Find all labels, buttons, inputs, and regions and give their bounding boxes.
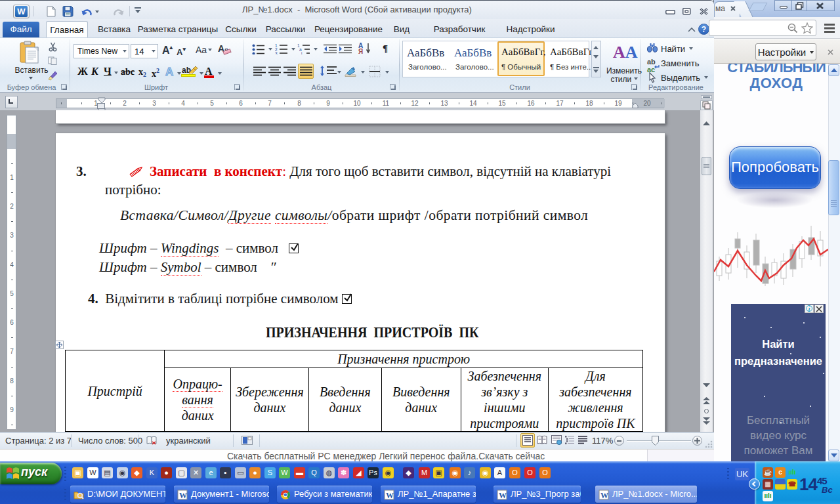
svg-text:i: i [301, 51, 302, 54]
svg-text:W: W [499, 491, 507, 500]
svg-text:W: W [600, 491, 608, 500]
svg-text:W: W [179, 491, 187, 500]
svg-text:3: 3 [275, 51, 278, 54]
svg-text:W: W [386, 491, 394, 500]
